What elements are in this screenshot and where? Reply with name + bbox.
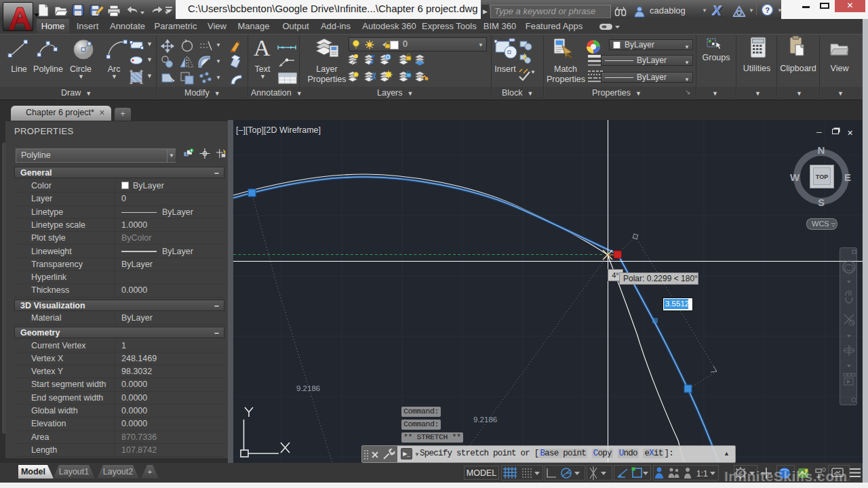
- svg-text:1:1: 1:1: [696, 469, 708, 479]
- svg-text:9.2186: 9.2186: [296, 384, 320, 392]
- svg-text:9.2186: 9.2186: [473, 415, 497, 424]
- svg-text:?: ?: [765, 6, 770, 14]
